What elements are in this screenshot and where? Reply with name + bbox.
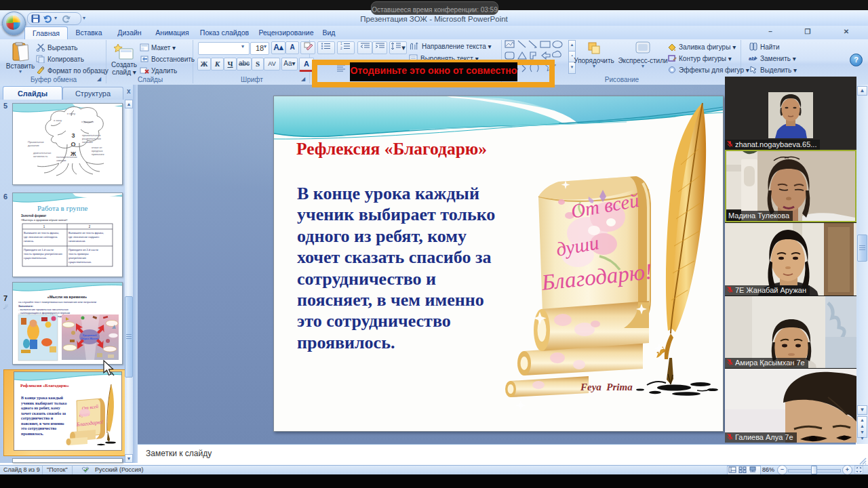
svg-text:эмоции: эмоции [56, 159, 66, 162]
svg-text:я должен: я должен [81, 120, 94, 123]
svg-text:питание: питание [82, 140, 93, 144]
svg-text:проявилось.: проявилось. [21, 432, 44, 436]
svg-text:я хочу: я хочу [54, 119, 62, 122]
svg-text:поясняет, в чем именно: поясняет, в чем именно [21, 422, 64, 426]
svg-text:Выпишите из текста фразы,: Выпишите из текста фразы, [24, 231, 59, 235]
svg-text:1: 1 [340, 42, 342, 45]
svg-text:активность: активность [33, 155, 48, 158]
svg-text:Приведите из 2-й части: Приведите из 2-й части [68, 248, 98, 251]
svg-text:«Валтерь в здоровом образе жиз: «Валтерь в здоровом образе жизни» [21, 218, 68, 222]
svg-text:где лексически соблюдена: где лексически соблюдена [24, 235, 58, 239]
svg-text:дыхание: дыхание [28, 144, 39, 147]
svg-text:гигиенически.: гигиенически. [68, 239, 85, 243]
svg-text:употребления: употребления [68, 256, 86, 260]
svg-text:на случайте текст пожертвованн: на случайте текст пожертвованных положен… [18, 300, 96, 304]
svg-text:2: 2 [340, 47, 342, 50]
svg-text:гигиена.: гигиена. [24, 239, 34, 243]
svg-text:существительных.: существительных. [68, 260, 92, 264]
svg-text:ab: ab [749, 56, 755, 62]
svg-text:это сотрудничество: это сотрудничество [21, 426, 56, 430]
svg-text:Образ Жизни: Образ Жизни [81, 337, 99, 340]
svg-text:ученик выбирает только: ученик выбирает только [21, 401, 66, 405]
svg-text:О: О [71, 141, 75, 148]
svg-text:привычек: привычек [92, 152, 104, 156]
svg-text:я могу: я могу [67, 112, 76, 115]
svg-text:Рефлексия «Благодарю»: Рефлексия «Благодарю» [20, 383, 69, 388]
svg-text:3: 3 [71, 132, 75, 139]
svg-text:существительных.: существительных. [24, 256, 47, 260]
svg-text:«Мысли на времени»: «Мысли на времени» [47, 295, 87, 299]
svg-text:Выпишите из текста фразы,: Выпишите из текста фразы, [68, 231, 104, 235]
svg-text:хочет сказать спасибо за: хочет сказать спасибо за [21, 411, 66, 415]
svg-text:одного из ребят, кому: одного из ребят, кому [21, 406, 60, 410]
svg-text:текста примеры: текста примеры [68, 252, 89, 256]
svg-text:Feya Prima: Feya Prima [580, 382, 633, 392]
svg-text:Работа в группе: Работа в группе [37, 204, 88, 212]
svg-text:Приведите из 1-й части: Приведите из 1-й части [24, 248, 54, 251]
svg-text:где лексически нарушен: где лексически нарушен [68, 235, 99, 239]
svg-text:Золотой формат: Золотой формат [21, 214, 47, 218]
svg-text:текста примеры употребления: текста примеры употребления [24, 252, 62, 256]
svg-text:В конце урока каждый: В конце урока каждый [21, 396, 64, 400]
svg-text:сотрудничество и: сотрудничество и [21, 416, 54, 420]
